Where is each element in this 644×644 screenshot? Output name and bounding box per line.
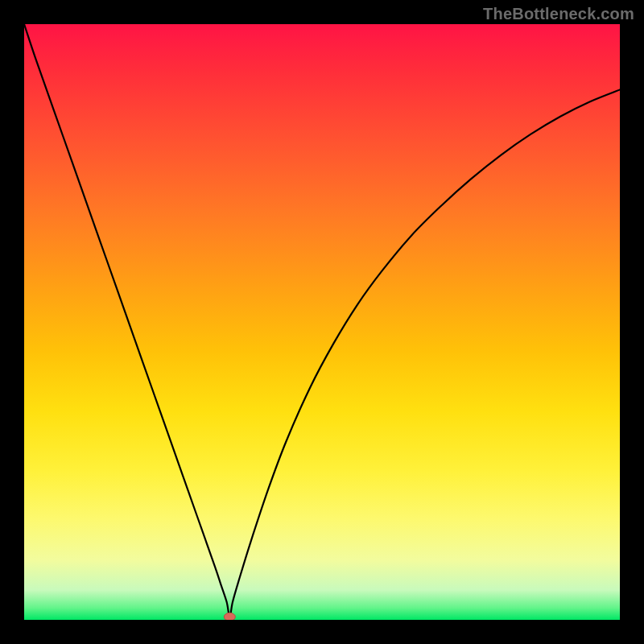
- minimum-marker: [224, 613, 235, 620]
- watermark-text: TheBottleneck.com: [483, 5, 634, 23]
- curve-layer: [24, 24, 620, 620]
- chart-frame: TheBottleneck.com: [0, 0, 644, 644]
- plot-area: [24, 24, 620, 620]
- bottleneck-curve: [24, 24, 620, 617]
